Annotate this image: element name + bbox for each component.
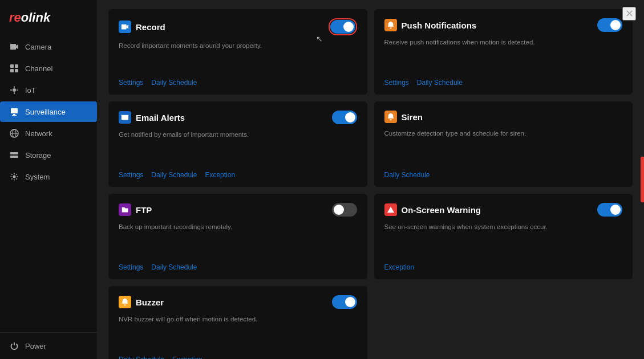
on-screen-warning-exception-link[interactable]: Exception: [384, 263, 415, 271]
record-settings-link[interactable]: Settings: [119, 79, 143, 87]
buzzer-title-area: Buzzer: [119, 296, 164, 308]
close-button[interactable]: ✕: [622, 7, 636, 21]
push-settings-link[interactable]: Settings: [384, 79, 409, 87]
record-toggle[interactable]: [330, 20, 355, 34]
email-exception-link[interactable]: Exception: [205, 171, 235, 179]
record-toggle-thumb: [343, 22, 354, 32]
email-daily-schedule-link[interactable]: Daily Schedule: [151, 171, 197, 179]
buzzer-icon: [119, 296, 131, 308]
ftp-settings-link[interactable]: Settings: [119, 263, 143, 271]
svg-rect-4: [10, 69, 14, 72]
svg-rect-22: [390, 209, 391, 211]
surveillance-icon: [9, 107, 19, 117]
sidebar-item-storage-label: Storage: [25, 151, 51, 160]
cards-grid: Record Record important moments around y…: [97, 0, 644, 359]
channel-icon: [9, 63, 19, 74]
on-screen-warning-card: On-Screen Warning See on-screen warnings…: [374, 194, 633, 279]
siren-links: Daily Schedule: [384, 171, 623, 179]
record-title-area: Record: [119, 21, 165, 33]
buzzer-title: Buzzer: [136, 297, 164, 307]
on-screen-warning-title-area: On-Screen Warning: [384, 203, 481, 216]
email-alerts-toggle-thumb: [345, 112, 355, 123]
sidebar-item-iot-label: IoT: [25, 86, 36, 95]
sidebar-item-surveillance-label: Surveillance: [25, 108, 66, 116]
on-screen-warning-toggle[interactable]: [597, 203, 622, 217]
push-notifications-toggle[interactable]: [597, 18, 622, 32]
on-screen-warning-header: On-Screen Warning: [384, 203, 623, 217]
siren-daily-schedule-link[interactable]: Daily Schedule: [384, 171, 430, 179]
on-screen-warning-desc: See on-screen warnings when system excep…: [384, 222, 623, 231]
push-daily-schedule-link[interactable]: Daily Schedule: [417, 79, 463, 87]
svg-rect-23: [390, 212, 391, 213]
record-links: Settings Daily Schedule: [119, 79, 357, 87]
svg-rect-3: [15, 64, 18, 68]
push-notifications-links: Settings Daily Schedule: [384, 79, 623, 87]
buzzer-card: Buzzer NVR buzzer will go off when motio…: [108, 286, 367, 359]
ftp-desc: Back up important recordings remotely.: [119, 222, 357, 231]
sidebar-footer: Power: [0, 332, 97, 359]
sidebar-item-surveillance[interactable]: Surveillance: [0, 101, 97, 122]
svg-rect-18: [121, 25, 127, 30]
email-alerts-toggle[interactable]: [332, 111, 357, 124]
sidebar-item-channel[interactable]: Channel: [0, 58, 97, 79]
ftp-title: FTP: [136, 205, 152, 215]
svg-marker-19: [127, 25, 129, 29]
camera-icon: [9, 42, 19, 52]
push-notifications-icon: [384, 19, 397, 31]
ftp-daily-schedule-link[interactable]: Daily Schedule: [151, 263, 197, 271]
ftp-title-area: FTP: [119, 203, 152, 216]
power-button[interactable]: Power: [9, 341, 88, 351]
buzzer-header: Buzzer: [119, 295, 357, 309]
sidebar-item-network-label: Network: [25, 129, 52, 138]
siren-title: Siren: [402, 112, 423, 122]
sidebar-item-storage[interactable]: Storage: [0, 145, 97, 165]
svg-point-6: [13, 88, 16, 92]
ftp-links: Settings Daily Schedule: [119, 263, 357, 271]
sidebar-item-network[interactable]: Network: [0, 123, 97, 144]
svg-rect-8: [13, 114, 15, 115]
record-icon: [119, 21, 131, 33]
email-alerts-links: Settings Daily Schedule Exception: [119, 171, 357, 179]
buzzer-toggle[interactable]: [332, 295, 357, 309]
email-alerts-title: Email Alerts: [136, 113, 185, 123]
push-notifications-header: Push Notifications: [384, 18, 623, 32]
svg-rect-9: [12, 115, 17, 116]
buzzer-exception-link[interactable]: Exception: [172, 356, 202, 359]
sidebar-item-system[interactable]: System: [0, 166, 97, 187]
email-alerts-card: Email Alerts Get notified by emails of i…: [108, 101, 367, 187]
buzzer-daily-schedule-link[interactable]: Daily Schedule: [119, 356, 164, 359]
storage-icon: [9, 150, 19, 160]
right-edge-bar: [641, 157, 644, 202]
sidebar-item-iot[interactable]: IoT: [0, 80, 97, 100]
push-notifications-desc: Receive push notifications when motion i…: [384, 38, 623, 47]
siren-title-area: Siren: [384, 111, 423, 123]
record-card: Record Record important moments around y…: [108, 9, 367, 95]
svg-rect-5: [15, 69, 18, 72]
on-screen-warning-title: On-Screen Warning: [402, 205, 481, 215]
email-alerts-desc: Get notified by emails of important mome…: [119, 130, 357, 139]
email-settings-link[interactable]: Settings: [119, 171, 143, 179]
svg-rect-0: [10, 44, 16, 50]
svg-rect-7: [11, 108, 18, 113]
ftp-header: FTP: [119, 203, 357, 217]
siren-card: Siren Customize detection type and sched…: [374, 101, 633, 187]
logo: reolink: [0, 0, 97, 33]
sidebar: reolink Camera Channel IoT: [0, 0, 97, 359]
record-toggle-highlight: [329, 18, 357, 35]
sidebar-nav: Camera Channel IoT Surveillance: [0, 33, 97, 332]
iot-icon: [9, 85, 19, 95]
siren-icon: [384, 111, 397, 123]
sidebar-item-camera-label: Camera: [25, 43, 51, 51]
push-notifications-toggle-thumb: [610, 20, 621, 30]
sidebar-item-system-label: System: [25, 173, 50, 181]
ftp-toggle-thumb: [334, 205, 344, 215]
ftp-toggle[interactable]: [332, 203, 357, 217]
svg-rect-2: [10, 64, 14, 68]
svg-point-16: [16, 156, 17, 157]
ftp-icon: [119, 203, 131, 216]
record-daily-schedule-link[interactable]: Daily Schedule: [151, 79, 197, 87]
push-notifications-card: Push Notifications Receive push notifica…: [374, 9, 633, 95]
email-alerts-header: Email Alerts: [119, 111, 357, 124]
sidebar-item-camera[interactable]: Camera: [0, 36, 97, 57]
siren-desc: Customize detection type and schedule fo…: [384, 129, 623, 138]
